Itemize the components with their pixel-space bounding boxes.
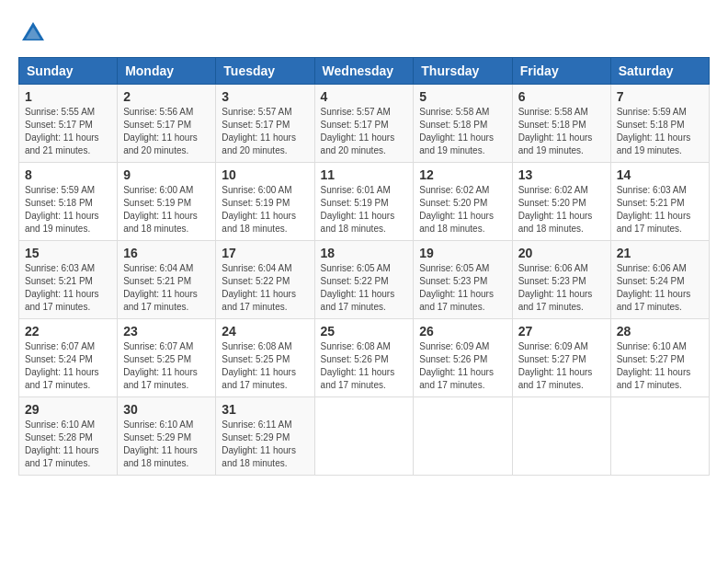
- day-number: 8: [25, 167, 111, 182]
- calendar-cell: 7 Sunrise: 5:59 AM Sunset: 5:18 PM Dayli…: [610, 85, 709, 163]
- calendar-week-row: 22 Sunrise: 6:07 AM Sunset: 5:24 PM Dayl…: [19, 319, 710, 397]
- calendar-cell: 5 Sunrise: 5:58 AM Sunset: 5:18 PM Dayli…: [414, 85, 512, 163]
- day-number: 22: [25, 324, 111, 339]
- day-info: Sunrise: 6:01 AM Sunset: 5:19 PM Dayligh…: [321, 184, 408, 236]
- day-number: 4: [321, 89, 408, 104]
- day-info: Sunrise: 6:07 AM Sunset: 5:24 PM Dayligh…: [25, 340, 111, 392]
- calendar-cell: 2 Sunrise: 5:56 AM Sunset: 5:17 PM Dayli…: [118, 85, 216, 163]
- weekday-header: Friday: [512, 58, 610, 85]
- calendar-cell: 30 Sunrise: 6:10 AM Sunset: 5:29 PM Dayl…: [118, 397, 216, 476]
- day-number: 6: [518, 89, 605, 104]
- calendar-cell: [610, 397, 709, 476]
- day-info: Sunrise: 6:05 AM Sunset: 5:22 PM Dayligh…: [321, 262, 408, 314]
- calendar-cell: 24 Sunrise: 6:08 AM Sunset: 5:25 PM Dayl…: [216, 319, 314, 397]
- day-number: 3: [222, 89, 308, 104]
- weekday-header: Monday: [118, 58, 216, 85]
- calendar-week-row: 1 Sunrise: 5:55 AM Sunset: 5:17 PM Dayli…: [19, 85, 710, 163]
- day-number: 19: [419, 246, 506, 260]
- day-number: 27: [518, 324, 605, 339]
- calendar-cell: 4 Sunrise: 5:57 AM Sunset: 5:17 PM Dayli…: [314, 85, 414, 163]
- day-info: Sunrise: 5:58 AM Sunset: 5:18 PM Dayligh…: [518, 106, 605, 157]
- calendar-cell: 11 Sunrise: 6:01 AM Sunset: 5:19 PM Dayl…: [314, 163, 414, 241]
- day-number: 21: [617, 246, 703, 260]
- day-number: 12: [419, 167, 506, 182]
- weekday-header: Wednesday: [314, 58, 414, 85]
- day-number: 13: [518, 167, 605, 182]
- calendar-cell: 23 Sunrise: 6:07 AM Sunset: 5:25 PM Dayl…: [118, 319, 216, 397]
- day-info: Sunrise: 5:57 AM Sunset: 5:17 PM Dayligh…: [222, 106, 308, 157]
- calendar-cell: 25 Sunrise: 6:08 AM Sunset: 5:26 PM Dayl…: [314, 319, 414, 397]
- day-info: Sunrise: 6:10 AM Sunset: 5:28 PM Dayligh…: [25, 419, 111, 470]
- day-number: 28: [617, 324, 703, 339]
- calendar-cell: 19 Sunrise: 6:05 AM Sunset: 5:23 PM Dayl…: [414, 241, 512, 319]
- day-info: Sunrise: 5:55 AM Sunset: 5:17 PM Dayligh…: [25, 106, 111, 157]
- day-number: 16: [123, 246, 210, 260]
- day-info: Sunrise: 5:56 AM Sunset: 5:17 PM Dayligh…: [123, 106, 210, 157]
- calendar-cell: 12 Sunrise: 6:02 AM Sunset: 5:20 PM Dayl…: [414, 163, 512, 241]
- calendar-cell: 14 Sunrise: 6:03 AM Sunset: 5:21 PM Dayl…: [610, 163, 709, 241]
- day-number: 10: [222, 167, 308, 182]
- calendar-cell: 16 Sunrise: 6:04 AM Sunset: 5:21 PM Dayl…: [118, 241, 216, 319]
- day-number: 7: [617, 89, 703, 104]
- calendar-week-row: 29 Sunrise: 6:10 AM Sunset: 5:28 PM Dayl…: [19, 397, 710, 476]
- calendar-cell: 22 Sunrise: 6:07 AM Sunset: 5:24 PM Dayl…: [19, 319, 118, 397]
- day-number: 30: [123, 402, 210, 417]
- day-info: Sunrise: 6:00 AM Sunset: 5:19 PM Dayligh…: [123, 184, 210, 236]
- day-info: Sunrise: 5:59 AM Sunset: 5:18 PM Dayligh…: [25, 184, 111, 236]
- day-info: Sunrise: 6:07 AM Sunset: 5:25 PM Dayligh…: [123, 340, 210, 392]
- weekday-header: Tuesday: [216, 58, 314, 85]
- day-number: 1: [25, 89, 111, 104]
- day-info: Sunrise: 6:06 AM Sunset: 5:24 PM Dayligh…: [617, 262, 703, 314]
- day-number: 24: [222, 324, 308, 339]
- day-number: 26: [419, 324, 506, 339]
- calendar-cell: 21 Sunrise: 6:06 AM Sunset: 5:24 PM Dayl…: [610, 241, 709, 319]
- calendar-week-row: 8 Sunrise: 5:59 AM Sunset: 5:18 PM Dayli…: [19, 163, 710, 241]
- day-number: 9: [123, 167, 210, 182]
- day-number: 31: [222, 402, 308, 417]
- day-number: 25: [321, 324, 408, 339]
- day-number: 5: [419, 89, 506, 104]
- day-info: Sunrise: 6:10 AM Sunset: 5:27 PM Dayligh…: [617, 340, 703, 392]
- calendar-cell: 10 Sunrise: 6:00 AM Sunset: 5:19 PM Dayl…: [216, 163, 314, 241]
- day-info: Sunrise: 6:09 AM Sunset: 5:27 PM Dayligh…: [518, 340, 605, 392]
- day-info: Sunrise: 6:04 AM Sunset: 5:22 PM Dayligh…: [222, 262, 308, 314]
- calendar-week-row: 15 Sunrise: 6:03 AM Sunset: 5:21 PM Dayl…: [19, 241, 710, 319]
- calendar-cell: 31 Sunrise: 6:11 AM Sunset: 5:29 PM Dayl…: [216, 397, 314, 476]
- weekday-header: Saturday: [610, 58, 709, 85]
- calendar-cell: 6 Sunrise: 5:58 AM Sunset: 5:18 PM Dayli…: [512, 85, 610, 163]
- calendar-cell: 18 Sunrise: 6:05 AM Sunset: 5:22 PM Dayl…: [314, 241, 414, 319]
- logo: [18, 18, 51, 48]
- calendar-table: SundayMondayTuesdayWednesdayThursdayFrid…: [18, 57, 710, 476]
- calendar-cell: 3 Sunrise: 5:57 AM Sunset: 5:17 PM Dayli…: [216, 85, 314, 163]
- day-info: Sunrise: 5:57 AM Sunset: 5:17 PM Dayligh…: [321, 106, 408, 157]
- calendar-cell: 8 Sunrise: 5:59 AM Sunset: 5:18 PM Dayli…: [19, 163, 118, 241]
- day-info: Sunrise: 6:05 AM Sunset: 5:23 PM Dayligh…: [419, 262, 506, 314]
- day-info: Sunrise: 5:58 AM Sunset: 5:18 PM Dayligh…: [419, 106, 506, 157]
- day-info: Sunrise: 6:03 AM Sunset: 5:21 PM Dayligh…: [25, 262, 111, 314]
- day-info: Sunrise: 6:04 AM Sunset: 5:21 PM Dayligh…: [123, 262, 210, 314]
- day-number: 20: [518, 246, 605, 260]
- weekday-header: Thursday: [414, 58, 512, 85]
- day-info: Sunrise: 6:11 AM Sunset: 5:29 PM Dayligh…: [222, 419, 308, 470]
- calendar-cell: 15 Sunrise: 6:03 AM Sunset: 5:21 PM Dayl…: [19, 241, 118, 319]
- day-info: Sunrise: 5:59 AM Sunset: 5:18 PM Dayligh…: [617, 106, 703, 157]
- calendar-cell: 27 Sunrise: 6:09 AM Sunset: 5:27 PM Dayl…: [512, 319, 610, 397]
- calendar-cell: 13 Sunrise: 6:02 AM Sunset: 5:20 PM Dayl…: [512, 163, 610, 241]
- page-header: [18, 18, 710, 48]
- calendar-header-row: SundayMondayTuesdayWednesdayThursdayFrid…: [19, 58, 710, 85]
- calendar-cell: 9 Sunrise: 6:00 AM Sunset: 5:19 PM Dayli…: [118, 163, 216, 241]
- day-info: Sunrise: 6:03 AM Sunset: 5:21 PM Dayligh…: [617, 184, 703, 236]
- day-info: Sunrise: 6:08 AM Sunset: 5:25 PM Dayligh…: [222, 340, 308, 392]
- day-info: Sunrise: 6:00 AM Sunset: 5:19 PM Dayligh…: [222, 184, 308, 236]
- day-number: 23: [123, 324, 210, 339]
- calendar-cell: 29 Sunrise: 6:10 AM Sunset: 5:28 PM Dayl…: [19, 397, 118, 476]
- day-info: Sunrise: 6:02 AM Sunset: 5:20 PM Dayligh…: [419, 184, 506, 236]
- day-number: 17: [222, 246, 308, 260]
- logo-icon: [18, 18, 48, 48]
- day-info: Sunrise: 6:09 AM Sunset: 5:26 PM Dayligh…: [419, 340, 506, 392]
- day-number: 15: [25, 246, 111, 260]
- calendar-cell: 28 Sunrise: 6:10 AM Sunset: 5:27 PM Dayl…: [610, 319, 709, 397]
- calendar-cell: 26 Sunrise: 6:09 AM Sunset: 5:26 PM Dayl…: [414, 319, 512, 397]
- day-number: 2: [123, 89, 210, 104]
- calendar-cell: 20 Sunrise: 6:06 AM Sunset: 5:23 PM Dayl…: [512, 241, 610, 319]
